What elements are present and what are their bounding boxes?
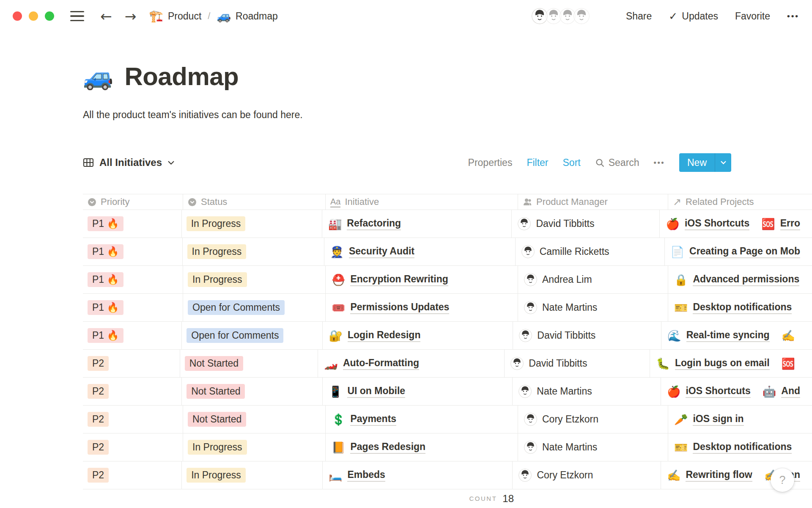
related-page-link[interactable]: 🆘Erro [761,218,800,230]
priority-cell[interactable]: P1 🔥 [83,238,183,265]
column-header-priority[interactable]: Priority [83,194,183,210]
product-manager-cell[interactable]: David Tibbitts [505,350,650,377]
initiative-page-link[interactable]: Permissions Updates [350,301,449,314]
back-arrow-icon[interactable]: ← [100,9,112,23]
initiative-cell[interactable]: 🎟️ Permissions Updates [326,294,518,321]
product-manager-cell[interactable]: Camille Ricketts [516,238,665,265]
priority-cell[interactable]: P2 [83,406,183,433]
status-cell[interactable]: In Progress [183,433,326,461]
sort-button[interactable]: Sort [563,157,581,168]
priority-cell[interactable]: P2 [83,378,182,405]
priority-cell[interactable]: P1 🔥 [83,322,182,349]
priority-cell[interactable]: P2 [83,350,180,377]
breadcrumb-item-product[interactable]: 🏗️ Product [149,11,201,22]
initiative-page-link[interactable]: Security Audit [349,246,414,258]
status-cell[interactable]: Not Started [183,406,326,433]
column-header-initiative[interactable]: Aa Initiative [326,194,518,210]
initiative-page-link[interactable]: Refactoring [347,218,401,230]
column-header-product-manager[interactable]: Product Manager [518,194,668,210]
priority-cell[interactable]: P2 [83,461,182,489]
related-page-link[interactable]: 🎫Desktop notifications [674,441,792,454]
favorite-button[interactable]: Favorite [735,11,770,22]
initiative-page-link[interactable]: Encryption Rewriting [350,273,448,286]
product-manager-cell[interactable]: Cory Etzkorn [513,461,661,489]
page-icon-car[interactable]: 🚙 [83,64,113,89]
status-cell[interactable]: Not Started [180,350,318,377]
product-manager-cell[interactable]: Andrea Lim [518,266,668,293]
product-manager-cell[interactable]: Nate Martins [518,294,668,321]
related-page-link[interactable]: 📄Creating a Page on Mob [671,246,800,258]
initiative-cell[interactable]: 🏎️ Auto-Formatting [318,350,505,377]
related-page-link[interactable]: 🤖And [763,385,800,398]
priority-cell[interactable]: P1 🔥 [83,294,183,321]
related-projects-cell[interactable]: 🥕iOS sign in [668,406,812,433]
filter-button[interactable]: Filter [527,157,548,168]
initiative-cell[interactable]: 🏭 Refactoring [322,210,512,237]
related-page-link[interactable]: 🍎iOS Shortcuts [667,385,751,398]
initiative-cell[interactable]: 🔐 Login Redesign [323,322,513,349]
status-cell[interactable]: Open for Comments [182,322,323,349]
related-page-link[interactable]: 🔒Advanced permissions [674,273,799,286]
related-projects-cell[interactable]: 🎫Desktop notifications [668,294,812,321]
page-description[interactable]: All the product team's initiatives can b… [83,109,303,121]
status-cell[interactable]: In Progress [182,461,323,489]
related-page-link[interactable]: 🍎iOS Shortcuts [666,218,749,230]
related-page-link[interactable]: 🆘 [782,358,800,369]
breadcrumb-item-roadmap[interactable]: 🚙 Roadmap [217,11,277,22]
related-projects-cell[interactable]: 🐛Login bugs on email🆘 [650,350,812,377]
help-button[interactable]: ? [771,468,794,492]
close-window-button[interactable] [13,11,22,21]
sidebar-menu-icon[interactable] [70,11,84,22]
related-projects-cell[interactable]: 🎫Desktop notifications [668,433,812,461]
related-page-link[interactable]: 🌊Real-time syncing [667,329,769,342]
product-manager-cell[interactable]: David Tibbitts [512,210,660,237]
status-cell[interactable]: In Progress [183,238,324,265]
product-manager-cell[interactable]: Cory Etzkorn [518,406,668,433]
related-page-link[interactable]: 🥕iOS sign in [674,413,744,426]
table-footer-count[interactable]: COUNT 18 [83,489,518,508]
related-projects-cell[interactable]: 🍎iOS Shortcuts🤖And [661,378,812,405]
zoom-window-button[interactable] [45,11,54,21]
initiative-cell[interactable]: 👮 Security Audit [324,238,516,265]
related-page-link[interactable]: ✍️ [782,330,800,341]
more-options-icon[interactable]: ••• [787,11,799,21]
initiative-page-link[interactable]: UI on Mobile [347,385,405,398]
page-title[interactable]: Roadmap [124,62,239,91]
column-header-status[interactable]: Status [183,194,326,210]
product-manager-cell[interactable]: David Tibbitts [513,322,661,349]
view-more-options-icon[interactable]: ••• [654,158,665,167]
column-header-related-projects[interactable]: ↗ Related Projects [668,194,812,210]
priority-cell[interactable]: P2 [83,433,183,461]
initiative-page-link[interactable]: Embeds [347,469,385,482]
initiative-cell[interactable]: ⛑️ Encryption Rewriting [326,266,518,293]
initiative-page-link[interactable]: Login Redesign [348,329,421,342]
initiative-page-link[interactable]: Pages Redesign [350,441,425,454]
status-cell[interactable]: In Progress [182,210,322,237]
status-cell[interactable]: In Progress [183,266,326,293]
product-manager-cell[interactable]: Nate Martins [518,433,668,461]
status-cell[interactable]: Open for Comments [183,294,326,321]
priority-cell[interactable]: P1 🔥 [83,266,183,293]
share-button[interactable]: Share [626,11,652,22]
product-manager-cell[interactable]: Nate Martins [513,378,661,405]
related-page-link[interactable]: 🐛Login bugs on email [656,357,769,370]
updates-button[interactable]: ✓ Updates [669,10,718,22]
minimize-window-button[interactable] [29,11,38,21]
related-projects-cell[interactable]: 📄Creating a Page on Mob [665,238,812,265]
initiative-page-link[interactable]: Payments [350,413,396,426]
related-page-link[interactable]: 🎫Desktop notifications [674,301,792,314]
initiative-cell[interactable]: 📱 UI on Mobile [323,378,513,405]
new-button[interactable]: New [679,153,731,172]
forward-arrow-icon[interactable]: → [125,9,137,23]
related-page-link[interactable]: ✍️Rewriting flow [667,469,752,482]
status-cell[interactable]: Not Started [182,378,323,405]
view-switcher[interactable]: All Initiatives [83,157,175,168]
initiative-page-link[interactable]: Auto-Formatting [343,357,419,370]
new-dropdown-button[interactable] [715,153,731,172]
priority-cell[interactable]: P1 🔥 [83,210,182,237]
initiative-cell[interactable]: 🛏️ Embeds [323,461,513,489]
related-projects-cell[interactable]: 🍎iOS Shortcuts🆘Erro [660,210,812,237]
properties-button[interactable]: Properties [468,157,513,168]
initiative-cell[interactable]: 📙 Pages Redesign [326,433,518,461]
search-button[interactable]: Search [595,157,639,168]
